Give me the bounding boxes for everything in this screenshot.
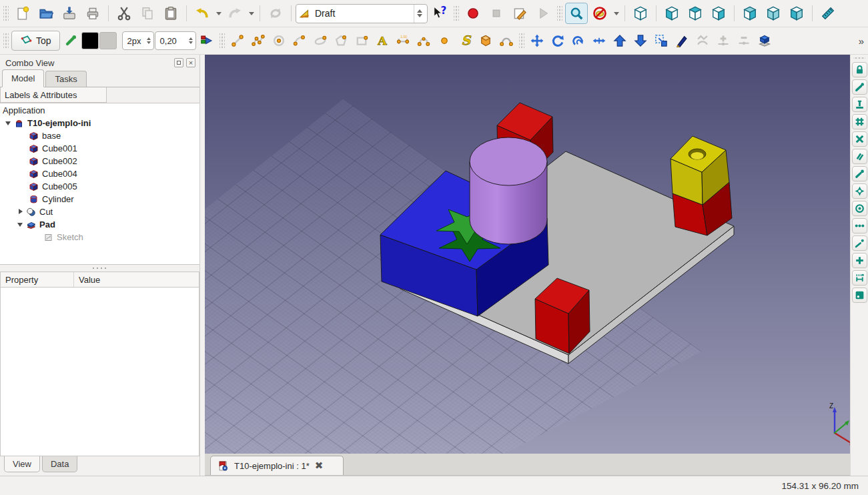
tree-row-sketch[interactable]: Sketch [0, 231, 199, 243]
toolbar-handle[interactable] [220, 33, 225, 48]
draw-style-dropdown[interactable] [612, 3, 620, 24]
tree-row-cube004[interactable]: Cube004 [0, 167, 199, 180]
face-color-swatch[interactable] [99, 32, 117, 49]
workbench-selector[interactable]: Draft [296, 4, 428, 23]
model-purple-cylinder[interactable] [470, 137, 547, 244]
snap-dimensions-button[interactable] [852, 270, 867, 286]
draw-style-button[interactable] [588, 3, 611, 24]
draft-facebinder-button[interactable] [476, 30, 496, 51]
draft-polyline-button[interactable] [248, 30, 268, 51]
snap-lock-button[interactable] [852, 62, 867, 77]
view-left-button[interactable] [785, 3, 808, 24]
toolbar-handle[interactable] [3, 6, 9, 21]
tab-model[interactable]: Model [2, 69, 44, 87]
draft-wire-to-bspline-button[interactable] [693, 30, 713, 51]
tab-data[interactable]: Data [42, 456, 77, 472]
view-rear-button[interactable] [739, 3, 761, 24]
view-bottom-button[interactable] [762, 3, 785, 24]
draft-shapestring-button[interactable]: S [455, 30, 475, 51]
toolbar-handle[interactable] [853, 56, 865, 60]
draft-rotate-button[interactable] [548, 30, 568, 51]
property-table-body[interactable] [0, 288, 199, 456]
toolbar-handle[interactable] [454, 6, 459, 21]
snap-grid-button[interactable] [852, 114, 867, 129]
draft-offset-button[interactable] [568, 30, 588, 51]
working-plane-button[interactable]: Top [11, 31, 60, 51]
draft-bspline-button[interactable] [414, 30, 434, 51]
tab-view[interactable]: View [4, 456, 40, 472]
panel-resize-splitter[interactable] [200, 55, 205, 476]
draft-polygon-button[interactable] [331, 30, 351, 51]
refresh-button[interactable] [264, 3, 287, 24]
redo-dropdown[interactable] [247, 3, 256, 24]
snap-near-button[interactable] [852, 79, 867, 95]
open-button[interactable] [35, 3, 57, 24]
draft-add-point-button[interactable] [713, 30, 733, 51]
paste-button[interactable] [159, 3, 182, 24]
tree-row-cube005[interactable]: Cube005 [0, 180, 199, 193]
property-column-header[interactable]: Property [1, 272, 74, 287]
value-column-header[interactable]: Value [74, 272, 199, 287]
line-color-swatch[interactable] [81, 32, 99, 49]
3d-viewport[interactable]: Z Y X [205, 55, 850, 454]
new-document-button[interactable] [11, 3, 34, 24]
model-tower[interactable] [671, 136, 732, 235]
draft-line-button[interactable] [228, 30, 248, 51]
view-top-button[interactable] [684, 3, 707, 24]
draft-scale-button[interactable] [651, 30, 671, 51]
expander-closed-icon[interactable] [17, 209, 24, 215]
redo-button[interactable] [224, 3, 246, 24]
snap-angle-button[interactable] [852, 183, 867, 199]
tree-header-label[interactable]: Labels & Attributes [0, 87, 107, 103]
snap-extension-button[interactable] [852, 235, 867, 251]
snap-intersection-button[interactable] [852, 131, 867, 147]
snap-working-plane-button[interactable] [852, 288, 867, 303]
expander-open-icon[interactable] [5, 120, 12, 127]
undo-button[interactable] [191, 3, 213, 24]
draft-ellipse-button[interactable] [310, 30, 330, 51]
save-button[interactable] [58, 3, 81, 24]
toolbar-handle[interactable] [557, 6, 562, 21]
draft-bezier-button[interactable] [496, 30, 516, 51]
snap-toggle-button[interactable] [61, 30, 81, 51]
draft-trimex-button[interactable] [589, 30, 609, 51]
draft-downgrade-button[interactable] [630, 30, 650, 51]
draft-dimension-button[interactable]: 1.00 [393, 30, 413, 51]
draft-arc-button[interactable] [290, 30, 310, 51]
view-axonometric-button[interactable] [629, 3, 652, 24]
expander-open-icon[interactable] [17, 221, 24, 228]
tree-row-cube001[interactable]: Cube001 [0, 142, 199, 155]
copy-button[interactable] [136, 3, 159, 24]
tree-row-base[interactable]: base [0, 129, 199, 142]
text-scale-spinbox[interactable]: 0,20 [155, 31, 196, 50]
snap-parallel-button[interactable] [852, 149, 867, 164]
tree-row-application[interactable]: Application [0, 104, 199, 117]
draft-move-button[interactable] [527, 30, 547, 51]
tree-row-pad[interactable]: Pad [0, 218, 199, 231]
line-width-spinbox[interactable]: 2px [122, 31, 154, 50]
snap-ortho-button[interactable] [852, 218, 867, 233]
draft-edit-button[interactable] [672, 30, 692, 51]
zoom-fit-button[interactable] [565, 3, 588, 24]
snap-center-button[interactable] [852, 201, 867, 216]
close-tab-icon[interactable]: ✖ [315, 460, 324, 472]
close-panel-button[interactable]: × [186, 58, 195, 67]
toolbar-handle[interactable] [3, 33, 9, 48]
draft-rectangle-button[interactable] [352, 30, 372, 51]
draft-point-button[interactable] [434, 30, 454, 51]
view-right-button[interactable] [707, 3, 730, 24]
undo-dropdown[interactable] [214, 3, 223, 24]
tab-tasks[interactable]: Tasks [45, 71, 86, 87]
whats-this-button[interactable]: ? [428, 3, 451, 24]
print-button[interactable] [81, 3, 104, 24]
tree-row-cylinder[interactable]: Cylinder [0, 193, 199, 205]
float-panel-button[interactable] [174, 58, 183, 67]
toolbar-overflow[interactable]: » [856, 35, 867, 47]
cut-button[interactable] [113, 3, 135, 24]
tree-row-cube002[interactable]: Cube002 [0, 155, 199, 167]
tree-row-document[interactable]: T10-ejemplo-ini [0, 117, 199, 129]
panel-splitter[interactable] [0, 265, 199, 272]
snap-perpendicular-button[interactable] [852, 97, 867, 112]
snap-special-button[interactable] [852, 253, 867, 268]
toolbar-handle[interactable] [519, 33, 524, 48]
